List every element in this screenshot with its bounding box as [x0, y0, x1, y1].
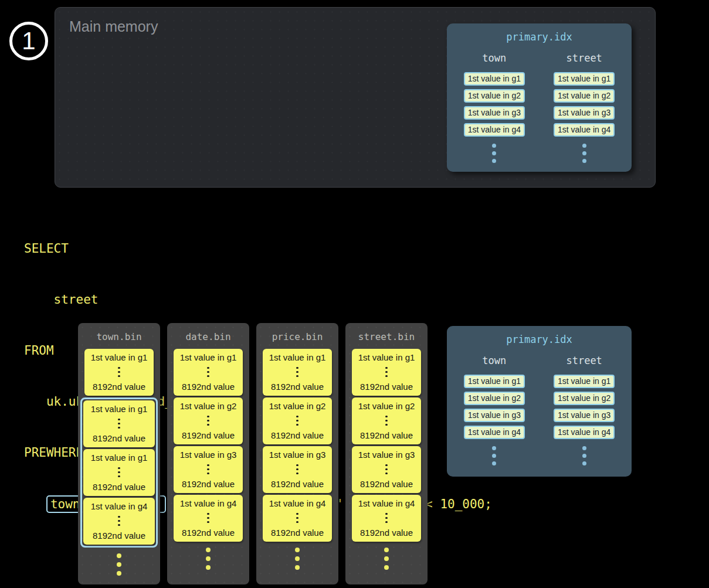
- granule-last-value: 8192nd value: [93, 433, 145, 443]
- granule-first-value: 1st value in g1: [91, 404, 148, 414]
- idx-entry: 1st value in g2: [464, 89, 525, 103]
- idx-entry: 1st value in g2: [554, 89, 615, 103]
- granule-first-value: 1st value in g4: [91, 501, 148, 511]
- idx-entry: 1st value in g3: [464, 409, 525, 422]
- idx-column-street: street 1st value in g1 1st value in g2 1…: [542, 47, 627, 163]
- more-granules-ellipsis-icon: [345, 548, 428, 570]
- more-entries-ellipsis-icon: [492, 446, 496, 465]
- primary-idx-card-memory: primary.idx town 1st value in g1 1st val…: [447, 23, 632, 172]
- granule-first-value: 1st value in g2: [269, 401, 326, 411]
- granule-last-value: 8192nd value: [360, 528, 413, 538]
- granule-last-value: 8192nd value: [93, 382, 145, 392]
- idx-entry: 1st value in g1: [464, 72, 525, 86]
- vertical-ellipsis-icon: [296, 464, 298, 475]
- bin-file-name: date.bin: [167, 323, 249, 349]
- bin-file-street: street.bin 1st value in g1 8192nd value …: [345, 323, 428, 584]
- granule-block: 1st value in g4 8192nd value: [174, 495, 243, 542]
- granule-last-value: 8192nd value: [182, 382, 235, 392]
- granule-block: 1st value in g4 8192nd value: [263, 495, 332, 542]
- granule-first-value: 1st value in g3: [358, 450, 415, 460]
- idx-entry: 1st value in g3: [554, 106, 615, 120]
- idx-entry: 1st value in g3: [554, 409, 615, 422]
- granule-last-value: 8192nd value: [271, 528, 324, 538]
- granule-last-value: 8192nd value: [271, 479, 324, 489]
- bin-file-name: price.bin: [256, 323, 338, 349]
- selected-granules-outline: 1st value in g1 8192nd value 1st value i…: [80, 397, 158, 548]
- sql-line: SELECT: [24, 240, 492, 257]
- granule-first-value: 1st value in g1: [91, 352, 148, 362]
- granule-block: 1st value in g2 8192nd value: [174, 397, 243, 444]
- step-1-badge: 1: [9, 22, 48, 60]
- granule-first-value: 1st value in g1: [358, 352, 415, 362]
- bin-file-town: town.bin 1st value in g1 8192nd value 1s…: [78, 323, 160, 584]
- granule-block: 1st value in g1 8192nd value: [83, 400, 155, 447]
- idx-entry: 1st value in g3: [464, 106, 525, 120]
- granule-first-value: 1st value in g4: [269, 498, 326, 508]
- sql-line: street: [24, 291, 492, 308]
- granule-block: 1st value in g1 8192nd value: [83, 449, 155, 496]
- granule-blocks: 1st value in g1 8192nd value 1st value i…: [84, 349, 154, 548]
- idx-column-town: town 1st value in g1 1st value in g2 1st…: [452, 350, 537, 465]
- more-granules-ellipsis-icon: [256, 548, 338, 570]
- granule-first-value: 1st value in g1: [269, 352, 326, 362]
- primary-idx-card-disk: primary.idx town 1st value in g1 1st val…: [447, 326, 632, 477]
- vertical-ellipsis-icon: [118, 467, 120, 478]
- vertical-ellipsis-icon: [296, 513, 298, 524]
- vertical-ellipsis-icon: [207, 513, 209, 524]
- bin-file-name: town.bin: [78, 323, 160, 349]
- granule-blocks: 1st value in g1 8192nd value 1st value i…: [263, 349, 332, 542]
- vertical-ellipsis-icon: [118, 516, 120, 526]
- granule-block: 1st value in g4 8192nd value: [83, 498, 155, 545]
- granule-last-value: 8192nd value: [271, 430, 324, 440]
- granule-first-value: 1st value in g1: [180, 352, 237, 362]
- granule-block: 1st value in g1 8192nd value: [174, 349, 243, 396]
- vertical-ellipsis-icon: [207, 464, 209, 475]
- idx-column-town: town 1st value in g1 1st value in g2 1st…: [452, 47, 537, 163]
- sql-indent: [24, 497, 46, 511]
- idx-entry: 1st value in g1: [464, 375, 525, 388]
- granule-last-value: 8192nd value: [271, 382, 324, 392]
- granule-block: 1st value in g3 8192nd value: [352, 446, 421, 493]
- primary-idx-title: primary.idx: [447, 23, 632, 43]
- granule-first-value: 1st value in g2: [358, 401, 415, 411]
- vertical-ellipsis-icon: [385, 513, 388, 524]
- vertical-ellipsis-icon: [207, 367, 209, 378]
- idx-entry: 1st value in g1: [554, 72, 615, 86]
- idx-column-header-street: street: [566, 355, 602, 366]
- granule-first-value: 1st value in g1: [91, 453, 148, 463]
- idx-entry: 1st value in g4: [554, 123, 615, 137]
- idx-column-header-town: town: [482, 52, 506, 64]
- step-number: 1: [22, 29, 35, 53]
- idx-entry: 1st value in g4: [464, 123, 525, 137]
- granule-block: 1st value in g1 8192nd value: [352, 349, 421, 396]
- vertical-ellipsis-icon: [296, 416, 298, 426]
- granule-block: 1st value in g2 8192nd value: [352, 397, 421, 444]
- idx-column-header-street: street: [566, 52, 602, 64]
- vertical-ellipsis-icon: [207, 416, 209, 426]
- granule-last-value: 8192nd value: [360, 479, 413, 489]
- more-entries-ellipsis-icon: [582, 446, 586, 465]
- granule-block: 1st value in g3 8192nd value: [263, 446, 332, 493]
- granule-first-value: 1st value in g4: [180, 498, 237, 508]
- vertical-ellipsis-icon: [296, 367, 298, 378]
- primary-idx-title: primary.idx: [447, 326, 632, 345]
- granule-first-value: 1st value in g2: [180, 401, 237, 411]
- idx-entry: 1st value in g1: [554, 375, 615, 388]
- granule-block: 1st value in g3 8192nd value: [174, 446, 243, 493]
- idx-column-header-town: town: [482, 355, 506, 366]
- more-granules-ellipsis-icon: [78, 553, 160, 576]
- more-entries-ellipsis-icon: [492, 144, 496, 163]
- vertical-ellipsis-icon: [385, 416, 388, 426]
- granule-last-value: 8192nd value: [182, 528, 235, 538]
- granule-blocks: 1st value in g1 8192nd value 1st value i…: [352, 349, 421, 542]
- granule-last-value: 8192nd value: [93, 531, 145, 541]
- granule-first-value: 1st value in g3: [180, 450, 237, 460]
- granule-first-value: 1st value in g3: [269, 450, 326, 460]
- granule-block: 1st value in g1 8192nd value: [263, 349, 332, 396]
- granule-last-value: 8192nd value: [182, 430, 235, 440]
- vertical-ellipsis-icon: [118, 419, 120, 429]
- more-entries-ellipsis-icon: [582, 144, 586, 163]
- primary-idx-columns: town 1st value in g1 1st value in g2 1st…: [447, 47, 632, 163]
- primary-idx-columns: town 1st value in g1 1st value in g2 1st…: [447, 350, 632, 465]
- granule-last-value: 8192nd value: [182, 479, 235, 489]
